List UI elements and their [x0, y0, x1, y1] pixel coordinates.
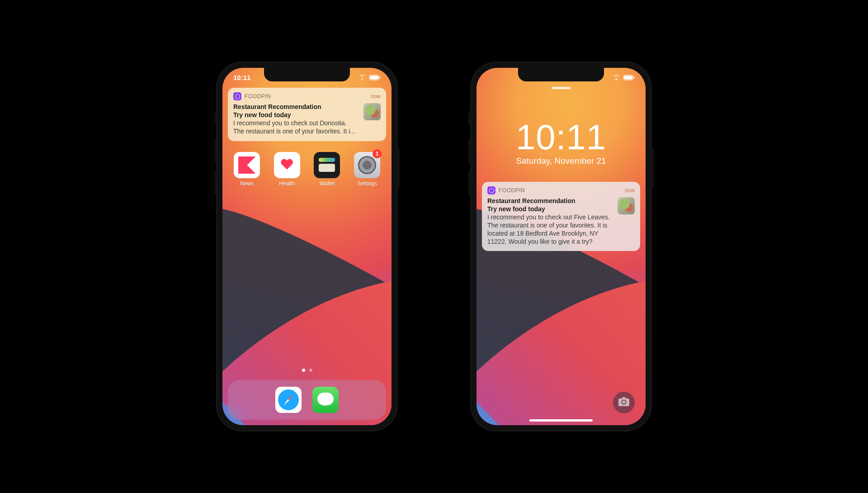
- news-icon: [234, 152, 260, 178]
- notification-thumbnail: [363, 103, 381, 120]
- notification-app-icon: [233, 92, 241, 100]
- svg-rect-2: [379, 76, 380, 79]
- app-health[interactable]: Health: [271, 152, 303, 187]
- svg-rect-5: [633, 76, 634, 79]
- home-indicator[interactable]: [529, 419, 593, 422]
- notification-timestamp: now: [625, 187, 635, 194]
- page-dot: [309, 369, 312, 372]
- app-settings[interactable]: 1 Settings: [351, 152, 383, 187]
- notification-card[interactable]: FOODPIN now Restaurant Recommendation Tr…: [482, 182, 640, 251]
- status-time: 10:11: [233, 74, 250, 81]
- dock: [228, 380, 386, 420]
- notification-app-name: FOODPIN: [499, 187, 525, 194]
- wifi-icon: [612, 75, 620, 81]
- app-messages[interactable]: [312, 387, 339, 413]
- app-label: Health: [279, 180, 295, 187]
- home-screen-apps: News Health Wallet 1 Settings: [231, 152, 383, 187]
- camera-shortcut-button[interactable]: [613, 392, 635, 413]
- battery-icon: [623, 75, 635, 81]
- notification-banner[interactable]: FOODPIN now Restaurant Recommendation Tr…: [228, 88, 386, 141]
- device-notch: [264, 68, 350, 81]
- notification-subtitle: Try new food today: [487, 205, 613, 213]
- lock-screen-time: 10:11: [476, 117, 646, 158]
- volume-up-button[interactable]: [468, 138, 470, 163]
- app-label: News: [240, 180, 254, 187]
- battery-icon: [369, 75, 381, 81]
- app-label: Settings: [357, 180, 377, 187]
- phone-lock-screen: 10:11 10:11 Saturday, November 21: [470, 62, 652, 431]
- app-wallet[interactable]: Wallet: [311, 152, 343, 187]
- notification-title: Restaurant Recommendation: [233, 103, 359, 111]
- wifi-icon: [358, 75, 366, 81]
- lock-screen-clock: 10:11 Saturday, November 21: [476, 117, 646, 166]
- app-label: Wallet: [320, 180, 335, 187]
- svg-rect-4: [624, 76, 632, 79]
- device-notch: [518, 68, 604, 81]
- app-safari[interactable]: [275, 387, 302, 413]
- notification-app-icon: [487, 186, 495, 194]
- notification-title: Restaurant Recommendation: [487, 197, 613, 205]
- volume-down-button[interactable]: [468, 170, 470, 195]
- health-icon: [274, 152, 300, 178]
- notification-timestamp: now: [371, 93, 381, 100]
- volume-down-button[interactable]: [214, 170, 216, 195]
- notification-message: I recommend you to check out Five Leaves…: [487, 213, 613, 246]
- notification-badge: 1: [373, 149, 382, 158]
- mute-switch[interactable]: [468, 111, 470, 125]
- phone-home-screen: 10:11 FOODPIN now: [216, 62, 398, 431]
- lock-screen-date: Saturday, November 21: [476, 156, 646, 166]
- mute-switch[interactable]: [214, 111, 216, 125]
- notification-thumbnail: [618, 197, 635, 214]
- power-button[interactable]: [652, 147, 654, 188]
- notification-message: I recommend you to check out Donostia. T…: [233, 119, 359, 136]
- lock-screen-handle[interactable]: [552, 87, 571, 89]
- wallet-icon: [314, 152, 340, 178]
- notification-subtitle: Try new food today: [233, 111, 359, 119]
- power-button[interactable]: [398, 147, 400, 188]
- page-dot-active: [302, 369, 305, 372]
- volume-up-button[interactable]: [214, 138, 216, 163]
- app-news[interactable]: News: [231, 152, 263, 187]
- camera-icon: [618, 397, 629, 408]
- page-indicator[interactable]: [222, 369, 392, 372]
- svg-rect-1: [370, 76, 378, 79]
- notification-app-name: FOODPIN: [245, 93, 271, 100]
